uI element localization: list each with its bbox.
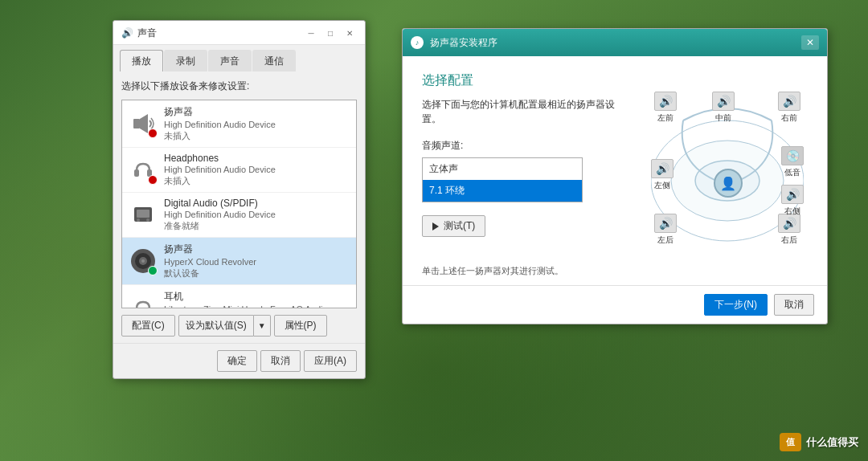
set-default-arrow-button[interactable]: ▼ (254, 315, 271, 337)
sound-close-button[interactable]: ✕ (341, 26, 358, 40)
device-status-headphones: 未插入 (164, 175, 350, 187)
spk-icon-side-left: 🔊 (651, 159, 674, 178)
setup-title-text: 扬声器安装程序 (430, 36, 497, 50)
spk-icon-front-center: 🔊 (712, 92, 735, 111)
setup-note: 单击上述任一扬声器对其进行测试。 (403, 265, 827, 285)
spk-icon-side-right: 🔊 (781, 185, 804, 204)
device-info-headphones: Headphones High Definition Audio Device … (164, 153, 350, 187)
sound-win-controls: ─ □ ✕ (302, 26, 358, 40)
channel-71[interactable]: 7.1 环绕 (423, 180, 582, 202)
tab-sounds[interactable]: 声音 (208, 50, 252, 71)
sound-titlebar: 🔊 声音 ─ □ ✕ (113, 21, 365, 45)
svg-point-6 (137, 218, 140, 222)
device-status-hyperx: 默认设备 (164, 267, 350, 279)
status-dot-hyperx (148, 266, 158, 275)
spk-side-left[interactable]: 🔊 左侧 (651, 159, 674, 191)
device-icon-speaker1 (129, 109, 158, 138)
sound-title-text: 声音 (137, 27, 157, 40)
listener-icon: 👤 (714, 169, 743, 198)
spk-label-rear-left: 左后 (657, 235, 674, 246)
sound-tab-bar: 播放 录制 声音 通信 (113, 45, 365, 71)
spk-label-front-right: 右前 (781, 112, 797, 124)
watermark: 值 什么值得买 (780, 433, 858, 451)
sound-apply-button[interactable]: 应用(A) (304, 350, 357, 372)
setup-cancel-button[interactable]: 取消 (774, 294, 814, 316)
device-list[interactable]: 扬声器 High Definition Audio Device 未插入 Hea (121, 100, 357, 308)
set-default-button[interactable]: 设为默认值(S) (178, 315, 254, 337)
setup-left-panel: 选择配置 选择下面与您的计算机配置最相近的扬声器设置。 音频声道: 立体声 7.… (422, 72, 631, 249)
device-icon-libratone1 (129, 294, 158, 308)
spk-icon-sub: 💿 (781, 146, 804, 165)
sound-title-icon: 🔊 (121, 27, 133, 39)
spk-rear-left[interactable]: 🔊 左后 (654, 214, 677, 246)
device-item-digital[interactable]: Digital Audio (S/PDIF) High Definition A… (122, 193, 356, 238)
spk-sub[interactable]: 💿 低音 (781, 146, 804, 178)
status-dot-headphones (148, 175, 158, 185)
svg-rect-0 (133, 119, 140, 129)
sound-actions: 配置(C) 设为默认值(S) ▼ 属性(P) (121, 315, 357, 337)
device-name-headphones: Headphones (164, 153, 350, 164)
watermark-badge: 值 (780, 433, 801, 451)
watermark-text: 什么值得买 (806, 435, 858, 450)
device-desc-hyperx: HyperX Cloud Revolver (164, 257, 350, 267)
sound-content: 选择以下播放设备来修改设置: 扬声器 High Definition Audio… (113, 71, 365, 343)
test-button[interactable]: 测试(T) (422, 215, 485, 237)
sound-maximize-button[interactable]: □ (321, 26, 339, 40)
tab-playback[interactable]: 播放 (120, 50, 163, 71)
device-item-libratone1[interactable]: 耳机 Libratone Zipp Mini Hands-Free AG Aud… (122, 285, 356, 308)
device-status-speaker1: 未插入 (164, 130, 350, 142)
spk-label-front-center: 中前 (715, 112, 731, 124)
device-icon-digital (129, 201, 158, 230)
properties-button[interactable]: 属性(P) (274, 315, 327, 337)
configure-button[interactable]: 配置(C) (121, 315, 175, 337)
sound-dialog: 🔊 声音 ─ □ ✕ 播放 录制 声音 通信 选择以下播放设备来修改设置: (113, 20, 366, 379)
device-name-libratone1: 耳机 (164, 290, 350, 304)
test-btn-label: 测试(T) (444, 219, 475, 233)
set-default-split: 设为默认值(S) ▼ (178, 315, 271, 337)
spk-rear-right[interactable]: 🔊 右后 (778, 214, 800, 246)
sound-ok-button[interactable]: 确定 (217, 350, 257, 372)
speaker-diagram: 👤 🔊 左前 🔊 中前 🔊 右前 💿 (651, 88, 804, 249)
sound-cancel-button[interactable]: 取消 (260, 350, 301, 372)
device-item-speaker1[interactable]: 扬声器 High Definition Audio Device 未插入 (122, 100, 356, 148)
spk-front-center[interactable]: 🔊 中前 (712, 92, 735, 124)
tab-communications[interactable]: 通信 (252, 50, 296, 71)
spk-icon-front-right: 🔊 (778, 92, 800, 111)
device-name-hyperx: 扬声器 (164, 243, 350, 256)
setup-desc: 选择下面与您的计算机配置最相近的扬声器设置。 (422, 97, 631, 126)
setup-content: 选择配置 选择下面与您的计算机配置最相近的扬声器设置。 音频声道: 立体声 7.… (403, 56, 827, 265)
device-info-speaker1: 扬声器 High Definition Audio Device 未插入 (164, 105, 350, 142)
setup-right-panel: 👤 🔊 左前 🔊 中前 🔊 右前 💿 (647, 72, 808, 249)
spk-side-right[interactable]: 🔊 右侧 (781, 185, 804, 217)
spk-label-side-right: 右侧 (784, 206, 800, 217)
setup-dialog: ♪ 扬声器安装程序 ✕ 选择配置 选择下面与您的计算机配置最相近的扬声器设置。 … (402, 28, 828, 324)
device-item-hyperx[interactable]: 扬声器 HyperX Cloud Revolver 默认设备 (122, 238, 356, 285)
device-desc-digital: High Definition Audio Device (164, 210, 350, 219)
sound-instruction: 选择以下播放设备来修改设置: (121, 80, 357, 93)
setup-close-button[interactable]: ✕ (801, 35, 819, 50)
channel-list: 立体声 7.1 环绕 (422, 157, 583, 202)
spk-label-rear-right: 右后 (781, 235, 797, 246)
device-icon-headphones (129, 156, 158, 185)
next-button[interactable]: 下一步(N) (704, 294, 768, 316)
spk-front-left[interactable]: 🔊 左前 (654, 92, 677, 124)
setup-footer: 下一步(N) 取消 (403, 285, 827, 324)
device-icon-hyperx (129, 247, 158, 275)
svg-rect-13 (147, 308, 152, 308)
svg-point-11 (141, 259, 145, 263)
spk-icon-front-left: 🔊 (654, 92, 677, 111)
tab-recording[interactable]: 录制 (164, 50, 207, 71)
play-icon (432, 222, 439, 230)
device-info-hyperx: 扬声器 HyperX Cloud Revolver 默认设备 (164, 243, 350, 279)
channel-stereo[interactable]: 立体声 (423, 158, 582, 180)
svg-rect-12 (134, 308, 139, 308)
svg-marker-1 (140, 114, 148, 133)
device-status-digital: 准备就绪 (164, 220, 350, 232)
device-item-headphones[interactable]: Headphones High Definition Audio Device … (122, 148, 356, 193)
svg-point-7 (146, 218, 149, 222)
spk-front-right[interactable]: 🔊 右前 (778, 92, 800, 124)
sound-minimize-button[interactable]: ─ (302, 26, 320, 40)
spk-label-side-left: 左侧 (654, 180, 670, 191)
svg-rect-5 (137, 210, 149, 218)
sound-dialog-footer: 确定 取消 应用(A) (113, 343, 365, 378)
